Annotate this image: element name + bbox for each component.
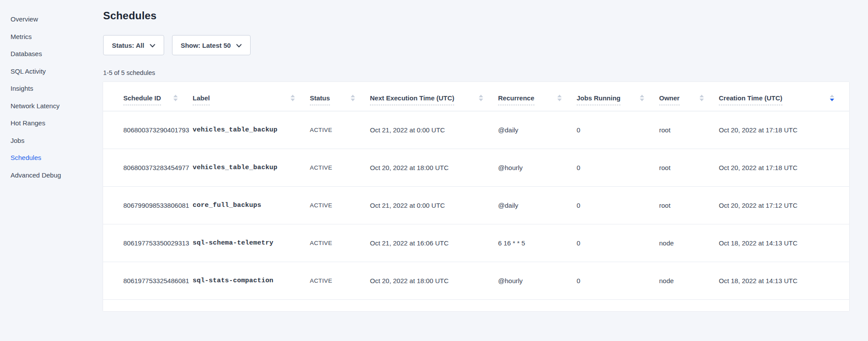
cell-creation-time: Oct 20, 2022 at 17:18 UTC	[719, 149, 849, 187]
cell-jobs-running: 0	[577, 187, 659, 224]
filter-bar: Status: All Show: Latest 50	[103, 35, 849, 55]
cell-status: ACTIVE	[310, 187, 370, 224]
column-label: Owner	[659, 94, 680, 105]
sidebar-item-hot-ranges[interactable]: Hot Ranges	[11, 114, 82, 132]
cell-jobs-running: 0	[577, 262, 659, 300]
page-title: Schedules	[103, 10, 849, 22]
cell-recurrence: 6 16 * * 5	[498, 224, 577, 262]
cell-schedule-id: 806800373283454977	[103, 149, 193, 187]
cell-recurrence: @daily	[498, 111, 577, 149]
column-header-next-execution-time[interactable]: Next Execution Time (UTC)	[370, 82, 498, 111]
table-header-row: Schedule ID Label Status	[103, 82, 849, 111]
column-label: Creation Time (UTC)	[719, 94, 782, 105]
table-row[interactable]: 806197753325486081 sql-stats-compaction …	[103, 262, 849, 300]
cell-recurrence: @hourly	[498, 149, 577, 187]
sort-icon	[173, 95, 178, 101]
column-header-owner[interactable]: Owner	[659, 82, 719, 111]
cell-jobs-running: 0	[577, 224, 659, 262]
cell-label: sql-stats-compaction	[193, 262, 310, 300]
cell-jobs-running: 0	[577, 111, 659, 149]
column-label: Schedule ID	[123, 94, 161, 105]
cell-creation-time: Oct 18, 2022 at 14:13 UTC	[719, 262, 849, 300]
column-header-recurrence[interactable]: Recurrence	[498, 82, 577, 111]
cell-status: ACTIVE	[310, 149, 370, 187]
cell-jobs-running: 0	[577, 149, 659, 187]
cell-next-execution-time: Oct 20, 2022 at 18:00 UTC	[370, 149, 498, 187]
cell-schedule-id: 806800373290401793	[103, 111, 193, 149]
sidebar-item-schedules[interactable]: Schedules	[11, 149, 82, 167]
sidebar-item-databases[interactable]: Databases	[11, 45, 82, 63]
sort-icon	[699, 95, 704, 101]
sidebar-item-overview[interactable]: Overview	[11, 11, 82, 28]
column-label: Next Execution Time (UTC)	[370, 94, 454, 105]
table-row[interactable]: 806800373283454977 vehicles_table_backup…	[103, 149, 849, 187]
column-label: Status	[310, 94, 330, 105]
cell-label: sql-schema-telemetry	[193, 224, 310, 262]
sort-icon	[479, 95, 483, 101]
schedules-page: Schedules Status: All Show: Latest 50 1-…	[103, 0, 849, 311]
cell-status: ACTIVE	[310, 224, 370, 262]
show-filter-dropdown[interactable]: Show: Latest 50	[172, 35, 251, 55]
cell-next-execution-time: Oct 21, 2022 at 16:06 UTC	[370, 224, 498, 262]
cell-next-execution-time: Oct 21, 2022 at 0:00 UTC	[370, 111, 498, 149]
column-header-jobs-running[interactable]: Jobs Running	[577, 82, 659, 111]
column-header-status[interactable]: Status	[310, 82, 370, 111]
sort-icon	[557, 95, 562, 101]
cell-recurrence: @daily	[498, 187, 577, 224]
status-filter-dropdown[interactable]: Status: All	[103, 35, 164, 55]
schedules-table: Schedule ID Label Status	[103, 82, 849, 300]
cell-status: ACTIVE	[310, 262, 370, 300]
sidebar-item-advanced-debug[interactable]: Advanced Debug	[11, 167, 82, 184]
column-label: Recurrence	[498, 94, 534, 105]
chevron-down-icon	[150, 44, 155, 48]
sidebar-item-jobs[interactable]: Jobs	[11, 132, 82, 149]
chevron-down-icon	[236, 44, 242, 48]
cell-owner: root	[659, 149, 719, 187]
cell-label: vehicles_table_backup	[193, 149, 310, 187]
schedules-table-card: Schedule ID Label Status	[103, 82, 849, 311]
column-header-creation-time[interactable]: Creation Time (UTC)	[719, 82, 849, 111]
cell-creation-time: Oct 20, 2022 at 17:12 UTC	[719, 187, 849, 224]
sort-icon	[640, 95, 644, 101]
cell-owner: root	[659, 187, 719, 224]
cell-schedule-id: 806799098533806081	[103, 187, 193, 224]
sidebar-item-sql-activity[interactable]: SQL Activity	[11, 63, 82, 80]
cell-owner: node	[659, 224, 719, 262]
cell-recurrence: @hourly	[498, 262, 577, 300]
sort-desc-icon	[830, 95, 834, 101]
cell-label: core_full_backups	[193, 187, 310, 224]
cell-owner: node	[659, 262, 719, 300]
column-header-schedule-id[interactable]: Schedule ID	[103, 82, 193, 111]
cell-owner: root	[659, 111, 719, 149]
cell-status: ACTIVE	[310, 111, 370, 149]
status-filter-label: Status: All	[112, 42, 144, 49]
sidebar: Overview Metrics Databases SQL Activity …	[0, 0, 82, 184]
sidebar-item-insights[interactable]: Insights	[11, 80, 82, 97]
show-filter-label: Show: Latest 50	[181, 42, 231, 49]
cell-next-execution-time: Oct 20, 2022 at 18:00 UTC	[370, 262, 498, 300]
sidebar-item-network-latency[interactable]: Network Latency	[11, 97, 82, 115]
cell-label: vehicles_table_backup	[193, 111, 310, 149]
cell-creation-time: Oct 20, 2022 at 17:18 UTC	[719, 111, 849, 149]
table-row[interactable]: 806197753350029313 sql-schema-telemetry …	[103, 224, 849, 262]
column-header-label[interactable]: Label	[193, 82, 310, 111]
cell-next-execution-time: Oct 21, 2022 at 0:00 UTC	[370, 187, 498, 224]
sort-icon	[291, 95, 295, 101]
column-label: Jobs Running	[577, 94, 621, 105]
cell-creation-time: Oct 18, 2022 at 14:13 UTC	[719, 224, 849, 262]
table-row[interactable]: 806800373290401793 vehicles_table_backup…	[103, 111, 849, 149]
column-label: Label	[193, 94, 210, 105]
sort-icon	[351, 95, 355, 101]
results-count: 1-5 of 5 schedules	[103, 69, 849, 76]
cell-schedule-id: 806197753350029313	[103, 224, 193, 262]
table-row[interactable]: 806799098533806081 core_full_backups ACT…	[103, 187, 849, 224]
sidebar-item-metrics[interactable]: Metrics	[11, 28, 82, 46]
cell-schedule-id: 806197753325486081	[103, 262, 193, 300]
